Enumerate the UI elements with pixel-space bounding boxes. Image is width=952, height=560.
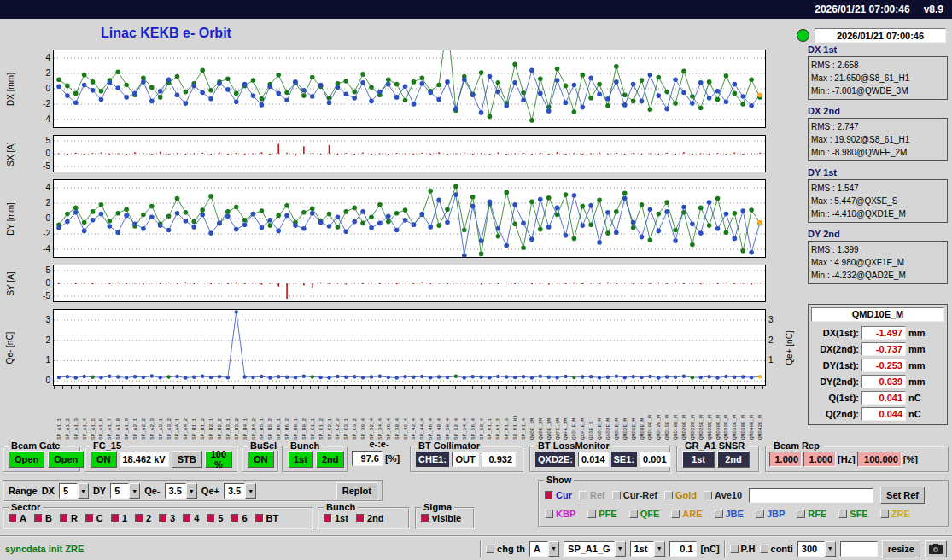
conti-checkbox[interactable]: conti bbox=[760, 544, 793, 554]
sector-checkbox-2[interactable]: 2 bbox=[135, 513, 151, 523]
show-pfe-checkbox[interactable]: PFE bbox=[587, 509, 616, 519]
bpm-monitor-name[interactable]: QMD10E_M bbox=[811, 307, 944, 322]
threshold-unit: [nC] bbox=[701, 544, 720, 554]
checkbox-icon[interactable] bbox=[60, 514, 68, 522]
show-cur-ref-checkbox[interactable]: Cur-Ref bbox=[612, 490, 657, 500]
show-qfe-checkbox[interactable]: QFE bbox=[629, 509, 660, 519]
sector-checkbox-4[interactable]: 4 bbox=[183, 513, 199, 523]
checkbox-icon[interactable] bbox=[880, 510, 889, 518]
sector-checkbox-3[interactable]: 3 bbox=[159, 513, 175, 523]
chevron-down-icon[interactable]: ▼ bbox=[548, 541, 559, 557]
sector-checkbox-5[interactable]: 5 bbox=[207, 513, 223, 523]
sector-checkbox-a[interactable]: A bbox=[9, 513, 26, 523]
screenshot-button[interactable] bbox=[925, 540, 947, 557]
checkbox-icon[interactable] bbox=[135, 514, 143, 522]
checkbox-icon[interactable] bbox=[730, 545, 739, 553]
checkbox-icon[interactable] bbox=[579, 491, 587, 499]
checkbox-icon[interactable] bbox=[183, 514, 191, 522]
chevron-down-icon[interactable]: ▼ bbox=[129, 483, 140, 499]
chevron-down-icon[interactable]: ▼ bbox=[245, 483, 256, 499]
show-jbe-checkbox[interactable]: JBE bbox=[715, 509, 744, 519]
checkbox-icon[interactable] bbox=[838, 510, 847, 518]
ref-name-input[interactable] bbox=[749, 488, 873, 503]
checkbox-icon[interactable] bbox=[760, 545, 768, 553]
beam-gate-open-button-2[interactable]: Open bbox=[48, 451, 84, 468]
checkbox-icon[interactable] bbox=[231, 514, 239, 522]
chevron-down-icon[interactable]: ▼ bbox=[615, 541, 626, 557]
chevron-down-icon[interactable]: ▼ bbox=[186, 483, 197, 499]
checkbox-icon[interactable] bbox=[255, 514, 264, 522]
checkbox-icon[interactable] bbox=[111, 514, 120, 522]
sigma-visible-checkbox[interactable]: visible bbox=[421, 513, 461, 523]
bunch-2nd-button[interactable]: 2nd bbox=[316, 451, 345, 468]
checkbox-icon[interactable] bbox=[9, 514, 17, 522]
show-ave10-checkbox[interactable]: Ave10 bbox=[704, 490, 742, 500]
show-are-checkbox[interactable]: ARE bbox=[671, 509, 702, 519]
sector-checkbox-1[interactable]: 1 bbox=[111, 513, 127, 523]
show-sfe-checkbox[interactable]: SFE bbox=[838, 509, 867, 519]
fc15-on-button[interactable]: ON bbox=[91, 451, 117, 468]
checkbox-icon[interactable] bbox=[756, 510, 764, 518]
chevron-down-icon[interactable]: ▼ bbox=[654, 541, 665, 557]
monitor-row-unit: nC bbox=[908, 393, 921, 403]
ph-checkbox[interactable]: P.H bbox=[730, 544, 756, 554]
sector-checkbox-6[interactable]: 6 bbox=[231, 513, 247, 523]
checkbox-icon[interactable] bbox=[159, 514, 167, 522]
resize-button[interactable]: resize bbox=[882, 540, 920, 557]
checkbox-icon[interactable] bbox=[324, 514, 332, 522]
checkbox-icon[interactable] bbox=[85, 514, 94, 522]
busel-on-button[interactable]: ON bbox=[248, 451, 274, 468]
fc15-stb-button[interactable]: STB bbox=[172, 451, 202, 468]
show-cur-checkbox[interactable]: Cur bbox=[545, 490, 572, 500]
checkbox-icon[interactable] bbox=[587, 510, 596, 518]
checkbox-icon[interactable] bbox=[671, 510, 680, 518]
bpm-label: QMD40E_M bbox=[748, 390, 756, 440]
show-zre-checkbox[interactable]: ZRE bbox=[880, 509, 910, 519]
sector-checkbox-c[interactable]: C bbox=[85, 513, 103, 523]
gr-a1-1st-button[interactable]: 1st bbox=[682, 451, 715, 468]
bunch-mode-select[interactable]: 1st ▼ bbox=[630, 541, 665, 557]
checkbox-icon[interactable] bbox=[34, 514, 43, 522]
bunch-1st-button[interactable]: 1st bbox=[288, 451, 313, 468]
gr-a1-2nd-button[interactable]: 2nd bbox=[717, 451, 750, 468]
checkbox-icon[interactable] bbox=[545, 491, 553, 499]
range-dx-select[interactable]: 5 ▼ bbox=[59, 483, 89, 499]
checkbox-icon[interactable] bbox=[629, 510, 638, 518]
spare-field[interactable] bbox=[840, 541, 878, 557]
bunch-1st-checkbox[interactable]: 1st bbox=[324, 513, 348, 523]
sector-checkbox-b[interactable]: B bbox=[34, 513, 52, 523]
replot-button[interactable]: Replot bbox=[336, 482, 377, 499]
checkbox-icon[interactable] bbox=[421, 514, 429, 522]
checkbox-icon[interactable] bbox=[797, 510, 805, 518]
show-pfe-label: PFE bbox=[599, 509, 616, 519]
show-rfe-checkbox[interactable]: RFE bbox=[797, 509, 826, 519]
checkbox-icon[interactable] bbox=[715, 510, 723, 518]
show-kbp-checkbox[interactable]: KBP bbox=[545, 509, 575, 519]
checkbox-icon[interactable] bbox=[545, 510, 553, 518]
chevron-down-icon[interactable]: ▼ bbox=[825, 541, 836, 557]
threshold-field[interactable]: 0.1 bbox=[669, 541, 697, 557]
set-ref-button[interactable]: Set Ref bbox=[880, 487, 925, 504]
range-dy-select[interactable]: 5 ▼ bbox=[110, 483, 140, 499]
chevron-down-icon[interactable]: ▼ bbox=[78, 483, 89, 499]
checkbox-icon[interactable] bbox=[356, 514, 365, 522]
range-qem-select[interactable]: 3.5 ▼ bbox=[165, 483, 197, 499]
fc15-duty-button[interactable]: 100 % bbox=[205, 451, 232, 468]
interval-select[interactable]: 300 ▼ bbox=[797, 541, 836, 557]
sector-checkbox-bt[interactable]: BT bbox=[255, 513, 279, 523]
checkbox-icon[interactable] bbox=[704, 491, 712, 499]
show-jbp-checkbox[interactable]: JBP bbox=[756, 509, 785, 519]
device-select[interactable]: SP_A1_G ▼ bbox=[564, 541, 626, 557]
checkbox-icon[interactable] bbox=[664, 491, 673, 499]
beam-gate-open-button-1[interactable]: Open bbox=[9, 451, 44, 468]
checkbox-icon[interactable] bbox=[486, 545, 494, 553]
chg-th-checkbox[interactable]: chg th bbox=[486, 544, 525, 554]
range-qep-select[interactable]: 3.5 ▼ bbox=[224, 483, 256, 499]
sector-checkbox-r[interactable]: R bbox=[60, 513, 78, 523]
checkbox-icon[interactable] bbox=[207, 514, 215, 522]
bunch-2nd-checkbox[interactable]: 2nd bbox=[356, 513, 384, 523]
trigger-select[interactable]: A ▼ bbox=[529, 541, 559, 557]
show-ref-checkbox[interactable]: Ref bbox=[579, 490, 605, 500]
checkbox-icon[interactable] bbox=[612, 491, 621, 499]
show-gold-checkbox[interactable]: Gold bbox=[664, 490, 697, 500]
